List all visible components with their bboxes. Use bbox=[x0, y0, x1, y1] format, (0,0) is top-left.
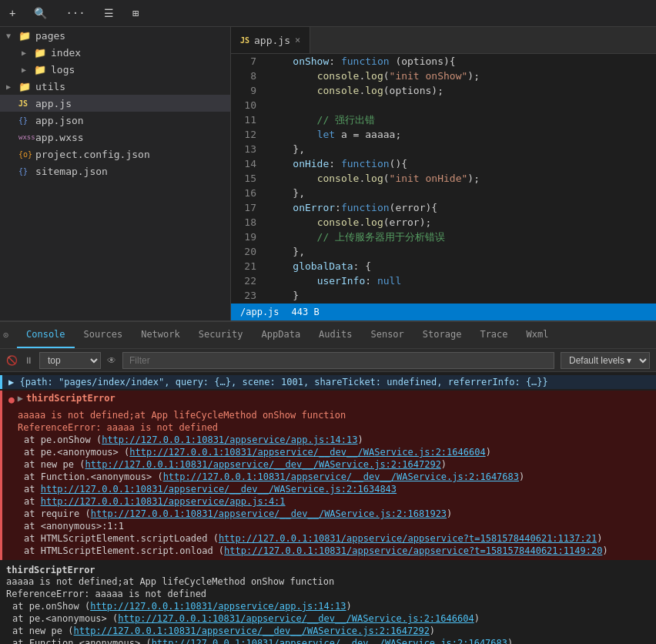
console-output[interactable]: ▶ {path: "pages/index/index", query: {…}… bbox=[0, 372, 656, 644]
code-line: 12 let a = aaaaa; bbox=[231, 127, 656, 142]
stack-link[interactable]: http://127.0.0.1:10831/appservice/app.js… bbox=[41, 496, 286, 507]
more-icon[interactable]: ··· bbox=[62, 4, 88, 22]
levels-selector[interactable]: Default levels ▾ bbox=[561, 352, 650, 369]
sidebar-item-app-wxss[interactable]: ▶ wxss app.wxss bbox=[0, 129, 230, 146]
list-icon[interactable]: ☰ bbox=[101, 4, 117, 22]
stack-link[interactable]: http://127.0.0.1:10831/appservice/__dev_… bbox=[118, 613, 474, 624]
sidebar-item-label: app.wxss bbox=[35, 132, 84, 143]
error-line: aaaaa is not defined;at App lifeCycleMet… bbox=[18, 409, 650, 421]
stack-line: at http://127.0.0.1:10831/appservice/__d… bbox=[18, 483, 650, 495]
search-icon[interactable]: 🔍 bbox=[31, 4, 50, 22]
stack-link[interactable]: http://127.0.0.1:10831/appservice/__dev_… bbox=[41, 484, 397, 495]
stack-line: at http://127.0.0.1:10831/appservice/app… bbox=[18, 495, 650, 508]
stack-line: at pe.<anonymous> (http://127.0.0.1:1083… bbox=[18, 446, 650, 458]
sidebar-item-utils[interactable]: ▶ 📁 utils bbox=[0, 78, 230, 95]
code-line: 9 console.log(options); bbox=[231, 83, 656, 98]
config-file-icon: {o} bbox=[18, 150, 32, 159]
tab-sensor[interactable]: Sensor bbox=[361, 322, 413, 348]
normal-stack-line: at new pe (http://127.0.0.1:10831/appser… bbox=[6, 625, 650, 637]
layout-icon[interactable]: ⊞ bbox=[129, 4, 142, 22]
console-info-line: ▶ {path: "pages/index/index", query: {…}… bbox=[0, 375, 656, 389]
editor-tab-app-js[interactable]: JS app.js × bbox=[231, 27, 310, 53]
stack-line: at HTMLScriptElement.scriptLoaded (http:… bbox=[18, 532, 650, 545]
console-toolbar: 🚫 ⏸ top 👁 Default levels ▾ bbox=[0, 349, 656, 372]
tab-sources[interactable]: Sources bbox=[75, 322, 132, 348]
tab-appdata[interactable]: AppData bbox=[253, 322, 310, 348]
stack-link[interactable]: http://127.0.0.1:10831/appservice/__dev_… bbox=[163, 471, 519, 482]
sidebar-item-project-config[interactable]: ▶ {o} project.config.json bbox=[0, 146, 230, 163]
error-line: ReferenceError: aaaaa is not defined bbox=[18, 421, 650, 434]
error-expand-toggle[interactable]: ▶ bbox=[18, 393, 23, 404]
normal-error-line: aaaaa is not defined;at App lifeCycleMet… bbox=[6, 575, 650, 588]
stack-line: at Function.<anonymous> (http://127.0.0.… bbox=[18, 471, 650, 483]
expand-arrow: ▶ bbox=[22, 49, 34, 57]
folder-icon: 📁 bbox=[34, 47, 48, 59]
stack-line: at HTMLScriptElement.script.onload (http… bbox=[18, 545, 650, 557]
expand-arrow: ▶ bbox=[6, 82, 18, 91]
top-toolbar: + 🔍 ··· ☰ ⊞ bbox=[0, 0, 656, 27]
stack-link[interactable]: http://127.0.0.1:10831/appservice/__dev_… bbox=[85, 459, 440, 470]
filter-input[interactable] bbox=[122, 352, 554, 369]
context-selector[interactable]: top bbox=[39, 352, 101, 369]
file-tree: ▼ 📁 pages ▶ 📁 index ▶ 📁 logs ▶ 📁 utils ▶… bbox=[0, 27, 231, 320]
stack-line: at new pe (http://127.0.0.1:10831/appser… bbox=[18, 458, 650, 471]
stack-line: at require (http://127.0.0.1:10831/appse… bbox=[18, 508, 650, 520]
tab-wxml[interactable]: Wxml bbox=[517, 322, 558, 348]
error-title[interactable]: thirdScriptError bbox=[26, 393, 115, 404]
devtools-tab-bar: ⊙ Console Sources Network Security AppDa… bbox=[0, 322, 656, 349]
js-tag: JS bbox=[240, 36, 249, 45]
devtools-panel: ⊙ Console Sources Network Security AppDa… bbox=[0, 320, 656, 644]
sidebar-item-sitemap[interactable]: ▶ {} sitemap.json bbox=[0, 163, 230, 179]
info-text: {path: "pages/index/index", query: {…}, … bbox=[19, 377, 547, 387]
sidebar-item-pages[interactable]: ▼ 📁 pages bbox=[0, 27, 230, 44]
sidebar-item-label: pages bbox=[35, 30, 65, 42]
stack-link[interactable]: http://127.0.0.1:10831/appservice/appser… bbox=[219, 533, 597, 544]
tab-storage[interactable]: Storage bbox=[413, 322, 471, 348]
stack-link[interactable]: http://127.0.0.1:10831/appservice/appser… bbox=[224, 545, 602, 556]
error-body: aaaaa is not defined;at App lifeCycleMet… bbox=[2, 408, 656, 560]
stack-link[interactable]: http://127.0.0.1:10831/appservice/app.js… bbox=[90, 601, 346, 612]
code-line: 23 } bbox=[231, 288, 656, 303]
sidebar-item-label: index bbox=[51, 47, 81, 59]
code-line: 17 onError:function(error){ bbox=[231, 200, 656, 215]
normal-stack-line: at pe.onShow (http://127.0.0.1:10831/app… bbox=[6, 600, 650, 612]
code-line: 22 userInfo: null bbox=[231, 273, 656, 288]
error-block: ● ▶ thirdScriptError aaaaa is not define… bbox=[0, 391, 656, 560]
code-line: 19 // 上传服务器用于分析错误 bbox=[231, 230, 656, 244]
tab-network[interactable]: Network bbox=[132, 322, 189, 348]
json-file-icon: {} bbox=[18, 167, 32, 176]
tab-security[interactable]: Security bbox=[189, 322, 253, 348]
sidebar-item-label: sitemap.json bbox=[35, 166, 108, 177]
stack-link[interactable]: http://127.0.0.1:10831/appservice/__dev_… bbox=[152, 638, 507, 644]
sidebar-item-index[interactable]: ▶ 📁 index bbox=[0, 44, 230, 61]
normal-error-line: ReferenceError: aaaaa is not defined bbox=[6, 588, 650, 600]
stack-link[interactable]: http://127.0.0.1:10831/appservice/__dev_… bbox=[73, 626, 429, 636]
sidebar-item-label: logs bbox=[51, 64, 75, 75]
stack-link[interactable]: http://127.0.0.1:10831/appservice/__dev_… bbox=[91, 508, 447, 519]
code-line: 10 bbox=[231, 98, 656, 112]
tab-close-button[interactable]: × bbox=[295, 35, 300, 45]
expand-arrow: ▼ bbox=[6, 32, 18, 40]
tab-trace[interactable]: Trace bbox=[470, 322, 517, 348]
pause-icon[interactable]: ⏸ bbox=[24, 355, 33, 366]
sidebar-item-label: utils bbox=[35, 81, 65, 92]
devtools-left-icon: ⊙ bbox=[3, 330, 17, 340]
expand-arrow: ▶ bbox=[22, 65, 34, 74]
normal-stack-line: at Function.<anonymous> (http://127.0.0.… bbox=[6, 637, 650, 644]
sidebar-item-app-js[interactable]: ▶ JS app.js bbox=[0, 95, 230, 112]
tab-audits[interactable]: Audits bbox=[310, 322, 361, 348]
add-icon[interactable]: + bbox=[6, 4, 18, 22]
tab-console[interactable]: Console bbox=[17, 322, 75, 348]
sidebar-item-logs[interactable]: ▶ 📁 logs bbox=[0, 61, 230, 78]
code-editor[interactable]: 7 onShow: function (options){ 8 console.… bbox=[231, 54, 656, 304]
eye-icon[interactable]: 👁 bbox=[107, 355, 116, 366]
stack-link[interactable]: http://127.0.0.1:10831/appservice/__dev_… bbox=[129, 447, 485, 458]
tab-filename: app.js bbox=[254, 35, 290, 46]
stack-link[interactable]: http://127.0.0.1:10831/appservice/app.js… bbox=[102, 434, 357, 445]
sidebar-item-label: app.js bbox=[35, 98, 72, 109]
status-filepath: /app.js bbox=[240, 307, 279, 317]
normal-error-block: thirdScriptError aaaaa is not defined;at… bbox=[0, 562, 656, 644]
sidebar-item-app-json[interactable]: ▶ {} app.json bbox=[0, 112, 230, 129]
clear-console-icon[interactable]: 🚫 bbox=[6, 355, 18, 366]
js-file-icon: JS bbox=[18, 99, 32, 108]
